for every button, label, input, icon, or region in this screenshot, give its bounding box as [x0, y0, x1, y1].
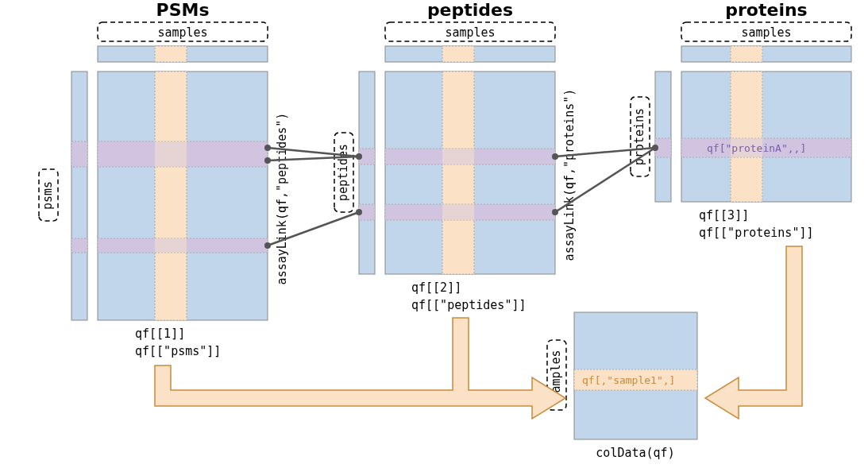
- peptides-rowlabel: peptides: [336, 144, 350, 201]
- svg-rect-26: [442, 149, 474, 164]
- svg-point-35: [356, 209, 362, 215]
- proteins-title: proteins: [725, 0, 807, 20]
- arrow-right: [705, 246, 802, 419]
- psms-samples-label: samples: [157, 25, 207, 40]
- proteins-col-strip: [681, 46, 851, 62]
- svg-point-29: [264, 145, 271, 151]
- peptides-title: peptides: [427, 0, 513, 20]
- psms-row-strip: [71, 72, 87, 320]
- svg-rect-0: [155, 46, 187, 62]
- svg-rect-40: [731, 72, 762, 202]
- arrow-left: [155, 318, 565, 419]
- proteins-block: proteins samples proteins qf["proteinA",…: [631, 0, 851, 240]
- psms-acc-1: qf[[1]]: [135, 327, 185, 341]
- svg-rect-36: [731, 46, 762, 62]
- proteinA-inset: qf["proteinA",,]: [707, 142, 806, 154]
- proteins-samples-label: samples: [741, 25, 791, 40]
- svg-point-49: [552, 209, 558, 215]
- link-label-peptides: assayLink(qf,"peptides"): [275, 113, 289, 285]
- proteins-rowlabel: proteins: [632, 108, 646, 165]
- proteins-matrix: [681, 72, 851, 202]
- peptides-block: peptides samples peptides qf[[2]] qf[["p…: [334, 0, 555, 312]
- svg-rect-12: [155, 141, 187, 167]
- peptides-row-strip: [359, 72, 375, 274]
- coldata-block: samples qf[,"sample1",] colData(qf): [547, 312, 697, 460]
- svg-rect-14: [442, 46, 474, 62]
- svg-rect-6: [155, 72, 187, 320]
- proteins-acc-1: qf[[3]]: [699, 208, 749, 222]
- svg-point-32: [264, 157, 271, 164]
- proteins-row-strip: [655, 72, 671, 202]
- svg-rect-13: [155, 238, 187, 253]
- svg-point-46: [552, 153, 558, 160]
- link-label-proteins: assayLink(qf,"proteins"): [562, 89, 577, 261]
- svg-rect-2: [71, 141, 87, 167]
- diagram-root: PSMs samples psms qf[[1]] qf[["psms"]] a…: [0, 0, 868, 468]
- psms-block: PSMs samples psms qf[[1]] qf[["psms"]]: [39, 0, 268, 358]
- psms-acc-2: qf[["psms"]]: [135, 344, 221, 358]
- peptides-acc-1: qf[[2]]: [411, 280, 461, 295]
- psms-rowlabel: psms: [41, 181, 55, 210]
- peptides-samples-label: samples: [445, 25, 495, 40]
- svg-point-34: [264, 242, 271, 249]
- peptides-acc-2: qf[["peptides"]]: [411, 298, 527, 312]
- svg-rect-20: [442, 72, 474, 274]
- svg-rect-27: [442, 204, 474, 220]
- svg-rect-4: [71, 238, 87, 253]
- coldata-label: colData(qf): [596, 446, 674, 460]
- proteins-acc-2: qf[["proteins"]]: [699, 226, 814, 240]
- sample1-inset: qf[,"sample1",]: [582, 374, 675, 386]
- psms-title: PSMs: [156, 0, 210, 20]
